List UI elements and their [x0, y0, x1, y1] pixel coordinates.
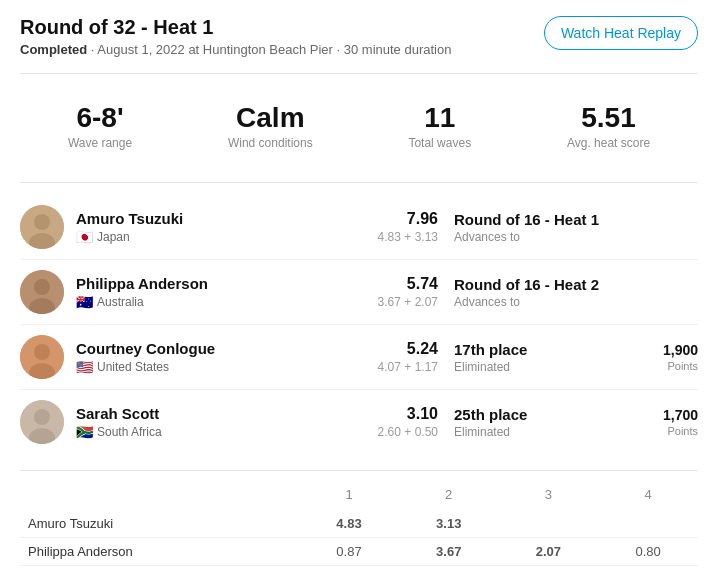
- wave-score-col-4: [598, 566, 698, 572]
- status-badge: Completed: [20, 42, 87, 57]
- total-score: 5.74: [358, 275, 438, 293]
- total-score: 7.96: [358, 210, 438, 228]
- athlete-name: Courtney Conlogue: [76, 340, 358, 357]
- avatar: [20, 335, 64, 379]
- athlete-country: 🇿🇦 South Africa: [76, 424, 358, 440]
- wave-athlete-name: Courtney Conlogue: [20, 566, 299, 572]
- wave-score-col-3: [499, 510, 599, 538]
- stat-item: 11 Total waves: [408, 102, 471, 150]
- wave-score-col-3: 4.07: [499, 566, 599, 572]
- points-col: 1,900 Points: [638, 342, 698, 372]
- athlete-name: Amuro Tsuzuki: [76, 210, 358, 227]
- wave-score-col-1: 0.73: [299, 566, 399, 572]
- stat-value: 6-8': [68, 102, 132, 134]
- wave-scores: 3.67 + 2.07: [358, 295, 438, 309]
- total-score: 5.24: [358, 340, 438, 358]
- stats-row: 6-8' Wave range Calm Wind conditions 11 …: [20, 86, 698, 170]
- wave-col-header-2: 2: [399, 483, 499, 510]
- athlete-country: 🇺🇸 United States: [76, 359, 358, 375]
- points-value: 1,700: [638, 407, 698, 423]
- header-left: Round of 32 - Heat 1 Completed · August …: [20, 16, 451, 57]
- athlete-info: Courtney Conlogue 🇺🇸 United States: [76, 340, 358, 375]
- country-flag: 🇺🇸: [76, 359, 93, 375]
- athlete-info: Sarah Scott 🇿🇦 South Africa: [76, 405, 358, 440]
- wave-score-col-3: 2.07: [499, 538, 599, 566]
- country-name: Australia: [97, 295, 144, 309]
- scores-col: 3.10 2.60 + 0.50: [358, 405, 438, 439]
- athlete-row: Amuro Tsuzuki 🇯🇵 Japan 7.96 4.83 + 3.13 …: [20, 195, 698, 259]
- points-col: 1,700 Points: [638, 407, 698, 437]
- stats-divider: [20, 182, 698, 183]
- stat-item: 6-8' Wave range: [68, 102, 132, 150]
- stat-label: Wind conditions: [228, 136, 313, 150]
- wave-athlete-name: Amuro Tsuzuki: [20, 510, 299, 538]
- scores-col: 5.74 3.67 + 2.07: [358, 275, 438, 309]
- points-label: Points: [638, 360, 698, 372]
- athlete-row: Philippa Anderson 🇦🇺 Australia 5.74 3.67…: [20, 259, 698, 324]
- wave-table: 1234Amuro Tsuzuki4.833.13Philippa Anders…: [20, 483, 698, 571]
- wave-scores: 2.60 + 0.50: [358, 425, 438, 439]
- watch-replay-button[interactable]: Watch Heat Replay: [544, 16, 698, 50]
- wave-col-header-athlete: [20, 483, 299, 510]
- result-col: Round of 16 - Heat 1 Advances to: [438, 211, 638, 244]
- stat-label: Total waves: [408, 136, 471, 150]
- wave-table-row: Philippa Anderson0.873.672.070.80: [20, 538, 698, 566]
- wave-table-section: 1234Amuro Tsuzuki4.833.13Philippa Anders…: [20, 470, 698, 571]
- avatar: [20, 270, 64, 314]
- country-name: United States: [97, 360, 169, 374]
- points-value: 1,900: [638, 342, 698, 358]
- athlete-row: Sarah Scott 🇿🇦 South Africa 3.10 2.60 + …: [20, 389, 698, 454]
- wave-score-col-1: 0.87: [299, 538, 399, 566]
- wave-scores: 4.07 + 1.17: [358, 360, 438, 374]
- points-label: Points: [638, 425, 698, 437]
- wave-table-row: Courtney Conlogue0.731.174.07: [20, 566, 698, 572]
- result-title: Round of 16 - Heat 1: [454, 211, 638, 228]
- country-name: Japan: [97, 230, 130, 244]
- result-col: Round of 16 - Heat 2 Advances to: [438, 276, 638, 309]
- country-flag: 🇿🇦: [76, 424, 93, 440]
- result-title: Round of 16 - Heat 2: [454, 276, 638, 293]
- country-flag: 🇦🇺: [76, 294, 93, 310]
- result-col: 17th place Eliminated: [438, 341, 638, 374]
- athlete-row: Courtney Conlogue 🇺🇸 United States 5.24 …: [20, 324, 698, 389]
- stat-item: 5.51 Avg. heat score: [567, 102, 650, 150]
- scores-col: 7.96 4.83 + 3.13: [358, 210, 438, 244]
- country-name: South Africa: [97, 425, 162, 439]
- stat-label: Avg. heat score: [567, 136, 650, 150]
- wave-score-col-2: 3.67: [399, 538, 499, 566]
- scores-col: 5.24 4.07 + 1.17: [358, 340, 438, 374]
- result-status: Advances to: [454, 230, 638, 244]
- stat-value: 11: [408, 102, 471, 134]
- page-title: Round of 32 - Heat 1: [20, 16, 451, 39]
- athlete-name: Philippa Anderson: [76, 275, 358, 292]
- wave-athlete-name: Philippa Anderson: [20, 538, 299, 566]
- wave-score-col-4: 0.80: [598, 538, 698, 566]
- wave-col-header-1: 1: [299, 483, 399, 510]
- result-title: 17th place: [454, 341, 638, 358]
- stat-item: Calm Wind conditions: [228, 102, 313, 150]
- wave-score-col-4: [598, 510, 698, 538]
- result-status: Advances to: [454, 295, 638, 309]
- athlete-name: Sarah Scott: [76, 405, 358, 422]
- athlete-info: Philippa Anderson 🇦🇺 Australia: [76, 275, 358, 310]
- athletes-section: Amuro Tsuzuki 🇯🇵 Japan 7.96 4.83 + 3.13 …: [20, 195, 698, 454]
- header-divider: [20, 73, 698, 74]
- page-header: Round of 32 - Heat 1 Completed · August …: [20, 16, 698, 57]
- wave-table-row: Amuro Tsuzuki4.833.13: [20, 510, 698, 538]
- wave-score-col-1: 4.83: [299, 510, 399, 538]
- wave-scores: 4.83 + 3.13: [358, 230, 438, 244]
- stat-label: Wave range: [68, 136, 132, 150]
- page-subtitle: Completed · August 1, 2022 at Huntington…: [20, 42, 451, 57]
- svg-point-7: [34, 344, 50, 360]
- wave-score-col-2: 1.17: [399, 566, 499, 572]
- wave-col-header-4: 4: [598, 483, 698, 510]
- athlete-country: 🇦🇺 Australia: [76, 294, 358, 310]
- wave-col-header-3: 3: [499, 483, 599, 510]
- event-details: · August 1, 2022 at Huntington Beach Pie…: [91, 42, 452, 57]
- athlete-country: 🇯🇵 Japan: [76, 229, 358, 245]
- country-flag: 🇯🇵: [76, 229, 93, 245]
- svg-point-10: [34, 409, 50, 425]
- result-status: Eliminated: [454, 425, 638, 439]
- wave-score-col-2: 3.13: [399, 510, 499, 538]
- athlete-info: Amuro Tsuzuki 🇯🇵 Japan: [76, 210, 358, 245]
